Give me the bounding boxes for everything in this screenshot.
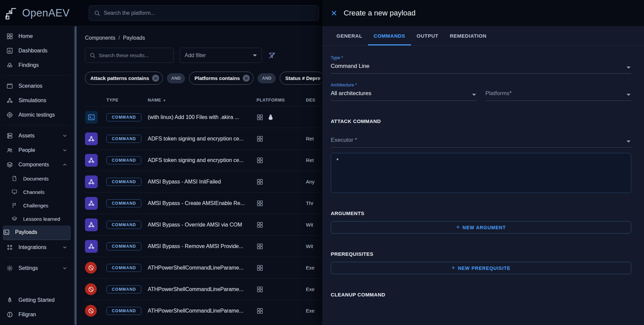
sidebar-item-findings[interactable]: Findings — [3, 58, 71, 72]
network-payload-icon — [85, 175, 98, 188]
drawer-title: Create a new payload — [344, 9, 416, 17]
tab-output[interactable]: OUTPUT — [411, 26, 444, 45]
all-systems-icon — [257, 200, 263, 207]
new-argument-button[interactable]: + NEW ARGUMENT — [331, 221, 631, 234]
filter-chip-status[interactable]: Status ≠ Depre — [280, 72, 324, 85]
filter-chip-attack-patterns[interactable]: Attack patterns contains × — [85, 72, 163, 85]
all-systems-icon — [257, 157, 263, 164]
sidebar-item-payloads[interactable]: Payloads — [3, 226, 71, 240]
sidebar-divider — [3, 125, 70, 125]
tab-commands[interactable]: COMMANDS — [368, 26, 411, 45]
architecture-select[interactable]: All architectures — [331, 87, 477, 101]
remove-filter-icon[interactable]: × — [243, 75, 250, 82]
network-payload-icon — [85, 154, 98, 167]
all-systems-icon — [257, 243, 263, 250]
sidebar-item-scenarios[interactable]: Scenarios — [3, 79, 71, 93]
sidebar-item-getting-started[interactable]: Getting Started — [3, 293, 71, 307]
dashboards-chart-icon — [6, 47, 13, 54]
payload-type-badge: COMMAND — [106, 113, 141, 121]
sidebar-item-channels[interactable]: Channels — [3, 185, 71, 199]
payload-name: ATHPowerShellCommandLineParame... — [148, 286, 257, 292]
executor-select[interactable]: Executor * — [331, 134, 631, 148]
tab-remediation[interactable]: REMEDIATION — [444, 26, 492, 45]
attack-command-editor[interactable]: * — [331, 153, 631, 193]
payload-type-badge: COMMAND — [106, 307, 141, 315]
sidebar-item-atomic-testings[interactable]: Atomic testings — [3, 108, 71, 122]
header-type: TYPE — [106, 97, 148, 103]
payloads-terminal-icon — [3, 229, 10, 236]
all-systems-icon — [257, 178, 263, 185]
sidebar-item-people[interactable]: People — [3, 143, 71, 157]
integrations-apps-icon — [6, 244, 13, 251]
sidebar-item-lessons-learned[interactable]: Lessons learned — [3, 212, 71, 226]
filter-operator-chip[interactable]: AND — [167, 73, 185, 83]
network-payload-icon — [85, 197, 98, 210]
filter-chip-label: Status ≠ Depre — [285, 75, 320, 81]
executor-placeholder: Executor * — [331, 137, 357, 143]
sidebar-item-settings[interactable]: Settings — [3, 261, 71, 275]
app-logo[interactable]: OpenAEV — [0, 6, 78, 20]
sidebar-item-label: Dashboards — [18, 48, 47, 54]
sidebar-spacer — [3, 275, 71, 293]
sidebar-item-components[interactable]: Components — [3, 157, 71, 172]
atomic-target-icon — [6, 111, 13, 119]
architecture-value: All architectures — [331, 90, 371, 96]
network-payload-icon — [85, 218, 98, 231]
sidebar-item-label: Home — [18, 33, 33, 39]
people-group-icon — [6, 147, 13, 154]
results-search-input[interactable] — [99, 52, 169, 58]
lessons-graduation-icon — [11, 215, 18, 222]
cleanup-command-heading: CLEANUP COMMAND — [331, 292, 631, 297]
header-name[interactable]: NAME▼ — [148, 97, 257, 103]
sidebar-item-assets[interactable]: Assets — [3, 128, 71, 143]
search-icon — [94, 10, 100, 16]
architecture-label: Architecture * — [331, 82, 477, 87]
payload-name: (with linux) Add 100 Files with .akira .… — [148, 114, 257, 120]
sidebar-item-label: Scenarios — [18, 83, 42, 89]
sidebar-item-integrations[interactable]: Integrations — [3, 240, 71, 254]
chevron-down-icon — [627, 140, 631, 143]
sidebar-item-label: Getting Started — [18, 297, 55, 303]
platforms-placeholder: Platforms* — [486, 90, 512, 96]
payload-name: AMSI Bypass - Create AMSIEnable Re... — [148, 200, 257, 206]
global-search-input[interactable] — [104, 10, 314, 16]
sidebar-item-simulations[interactable]: Simulations — [3, 93, 71, 108]
sidebar-item-filigran[interactable]: Filigran — [3, 307, 71, 322]
sidebar-item-home[interactable]: Home — [3, 29, 71, 43]
sidebar-item-challenges[interactable]: Challenges — [3, 199, 71, 212]
breadcrumb-components[interactable]: Components — [85, 35, 116, 41]
rocket-icon — [6, 296, 13, 304]
challenges-flag-icon — [11, 202, 18, 209]
sidebar-divider — [3, 257, 70, 258]
new-prerequisite-button[interactable]: + NEW PREREQUISITE — [331, 262, 631, 274]
sidebar-item-label: Settings — [18, 265, 38, 271]
sidebar-item-dashboards[interactable]: Dashboards — [3, 43, 71, 58]
all-systems-icon — [257, 286, 263, 293]
sidebar-item-documents[interactable]: Documents — [3, 172, 71, 185]
command-terminal-icon — [85, 111, 98, 124]
clear-filters-button[interactable] — [268, 51, 276, 59]
type-select[interactable]: Command Line — [331, 60, 631, 74]
remove-filter-icon[interactable]: × — [152, 75, 159, 82]
results-search — [85, 48, 174, 63]
scrollbar-thumb[interactable] — [75, 26, 77, 325]
network-payload-icon — [85, 132, 98, 145]
all-systems-icon — [257, 135, 263, 142]
platforms-select[interactable]: Platforms* — [486, 87, 632, 101]
openaev-logo-icon — [5, 6, 18, 20]
blocked-payload-icon — [85, 262, 97, 274]
chevron-down-icon — [62, 266, 67, 271]
filter-chip-platforms[interactable]: Platforms contains × — [189, 72, 254, 85]
arguments-heading: ARGUMENTS — [331, 210, 631, 216]
tab-general[interactable]: GENERAL — [331, 26, 368, 45]
create-payload-drawer: × Create a new payload GENERAL COMMANDS … — [322, 0, 644, 325]
components-layers-icon — [6, 161, 13, 168]
filter-operator-chip[interactable]: AND — [258, 73, 276, 83]
add-filter-select[interactable]: Add filter — [180, 48, 262, 63]
channels-monitor-icon — [11, 188, 18, 196]
chevron-down-icon — [627, 67, 631, 69]
payload-type-badge: COMMAND — [106, 199, 141, 207]
chevron-down-icon — [62, 133, 67, 138]
drawer-header: × Create a new payload — [322, 0, 644, 26]
close-icon[interactable]: × — [331, 8, 337, 18]
